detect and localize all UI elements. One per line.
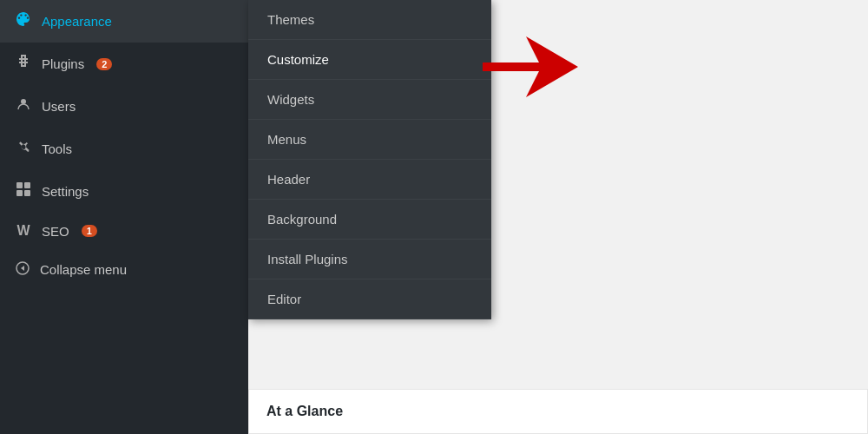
sidebar-item-users[interactable]: Users xyxy=(0,85,248,128)
at-a-glance-widget: At a Glance xyxy=(248,389,868,434)
sidebar-item-plugins[interactable]: Plugins 2 xyxy=(0,43,248,85)
plugins-icon xyxy=(14,53,33,75)
seo-badge: 1 xyxy=(82,225,97,237)
svg-point-0 xyxy=(21,99,26,104)
collapse-menu[interactable]: Collapse menu xyxy=(0,249,248,290)
dropdown-item-widgets[interactable]: Widgets xyxy=(248,80,491,120)
sidebar-item-users-label: Users xyxy=(42,99,76,114)
svg-rect-1 xyxy=(16,182,23,188)
dropdown-item-install-plugins[interactable]: Install Plugins xyxy=(248,240,491,279)
sidebar-item-plugins-label: Plugins xyxy=(42,56,84,71)
sidebar-item-seo[interactable]: W SEO 1 xyxy=(0,213,248,249)
dropdown-item-customize[interactable]: Customize xyxy=(248,40,491,80)
sidebar-item-tools-label: Tools xyxy=(42,141,72,156)
sidebar-item-settings[interactable]: Settings xyxy=(0,170,248,213)
dropdown-item-background[interactable]: Background xyxy=(248,200,491,240)
svg-rect-2 xyxy=(24,182,30,188)
appearance-dropdown: Themes Customize Widgets Menus Header Ba… xyxy=(248,0,491,319)
seo-icon: W xyxy=(14,223,33,239)
dropdown-item-header[interactable]: Header xyxy=(248,160,491,200)
sidebar-item-seo-label: SEO xyxy=(42,224,69,239)
tools-icon xyxy=(14,138,33,160)
svg-rect-3 xyxy=(16,190,23,196)
sidebar-item-appearance-label: Appearance xyxy=(42,14,112,29)
plugins-badge: 2 xyxy=(96,58,112,70)
dropdown-item-menus[interactable]: Menus xyxy=(248,120,491,160)
appearance-icon xyxy=(14,10,33,32)
sidebar-item-settings-label: Settings xyxy=(42,184,89,199)
dropdown-item-themes[interactable]: Themes xyxy=(248,0,491,40)
collapse-icon xyxy=(14,260,31,279)
sidebar: Appearance Plugins 2 Users Tools xyxy=(0,0,248,434)
sidebar-item-tools[interactable]: Tools xyxy=(0,128,248,170)
users-icon xyxy=(14,95,33,117)
at-a-glance-label: At a Glance xyxy=(266,404,343,418)
svg-rect-4 xyxy=(24,190,30,196)
collapse-menu-label: Collapse menu xyxy=(40,262,127,277)
dropdown-item-editor[interactable]: Editor xyxy=(248,279,491,319)
sidebar-item-appearance[interactable]: Appearance xyxy=(0,0,248,43)
settings-icon xyxy=(14,181,33,202)
